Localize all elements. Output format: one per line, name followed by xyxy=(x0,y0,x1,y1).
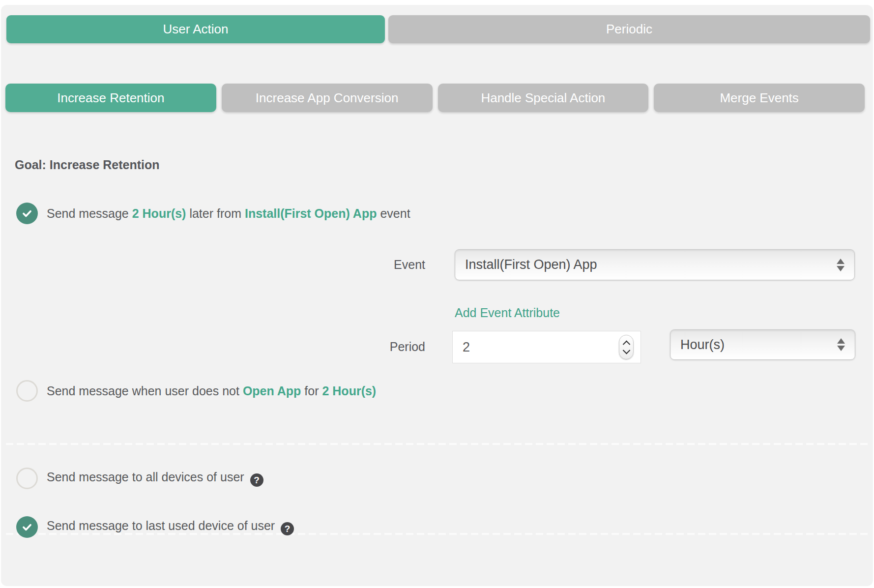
help-question-icon[interactable]: ? xyxy=(250,473,263,487)
select-arrows-icon xyxy=(837,259,845,271)
option-last-used-device[interactable]: Send message to last used device of user… xyxy=(16,516,294,538)
option-send-when-not-open[interactable]: Send message when user does not Open App… xyxy=(16,380,376,402)
option-label: Send message to all devices of user? xyxy=(47,470,263,487)
period-value: 2 xyxy=(463,331,470,363)
period-unit-select[interactable]: Hour(s) xyxy=(670,329,855,360)
unchecked-radio-icon[interactable] xyxy=(16,468,38,489)
event-select[interactable]: Install(First Open) App xyxy=(455,249,855,280)
add-event-attribute-link[interactable]: Add Event Attribute xyxy=(455,306,560,320)
page-title: Goal: Increase Retention xyxy=(15,158,160,172)
option-send-later-from-event[interactable]: Send message 2 Hour(s) later from Instal… xyxy=(16,203,410,224)
period-label: Period xyxy=(342,330,425,363)
tab-user-action[interactable]: User Action xyxy=(6,15,385,43)
stepper-down-icon[interactable] xyxy=(622,346,630,354)
tab-merge-events[interactable]: Merge Events xyxy=(654,84,865,112)
unchecked-radio-icon[interactable] xyxy=(16,380,38,402)
option-label: Send message to last used device of user… xyxy=(47,519,294,536)
event-label: Event xyxy=(342,249,425,280)
option-all-devices[interactable]: Send message to all devices of user? xyxy=(16,468,263,489)
mode-tabs: User Action Periodic xyxy=(6,15,870,43)
check-icon xyxy=(21,521,33,533)
select-arrows-icon xyxy=(837,338,845,351)
check-icon xyxy=(21,207,33,220)
goal-tabs: Increase Retention Increase App Conversi… xyxy=(5,84,865,112)
tab-increase-retention[interactable]: Increase Retention xyxy=(5,84,216,112)
event-select-value: Install(First Open) App xyxy=(455,257,597,272)
checked-radio-icon[interactable] xyxy=(16,203,38,224)
period-unit-value: Hour(s) xyxy=(670,337,725,353)
tab-periodic[interactable]: Periodic xyxy=(388,15,870,43)
option-label: Send message when user does not Open App… xyxy=(47,384,376,398)
number-stepper[interactable] xyxy=(619,335,634,359)
option-label: Send message 2 Hour(s) later from Instal… xyxy=(47,206,410,221)
period-number-input[interactable]: 2 xyxy=(452,331,641,363)
help-question-icon[interactable]: ? xyxy=(281,522,294,535)
tab-handle-special-action[interactable]: Handle Special Action xyxy=(438,84,649,112)
tab-increase-app-conversion[interactable]: Increase App Conversion xyxy=(222,84,433,112)
checked-radio-icon[interactable] xyxy=(16,516,38,538)
settings-panel: User Action Periodic Increase Retention … xyxy=(1,5,873,586)
dashed-divider xyxy=(6,443,868,445)
